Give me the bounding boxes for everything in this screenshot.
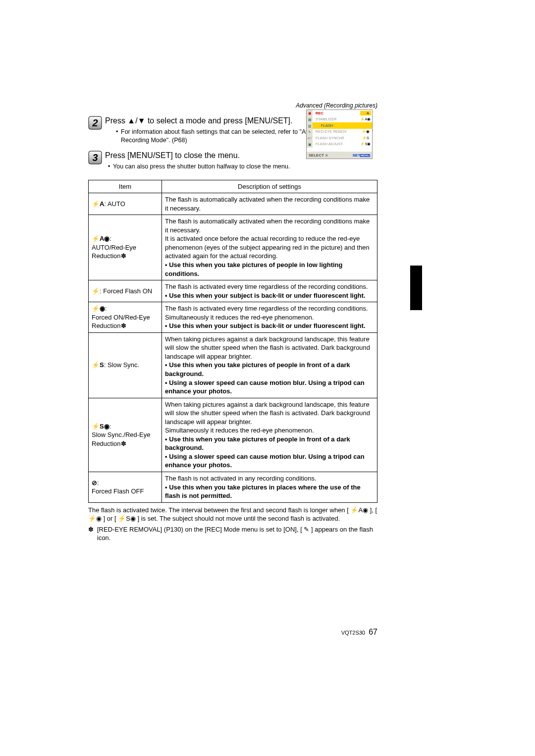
lcd-row-value: ⚡ <box>360 123 371 128</box>
flash-mode-icon: ⚡ <box>92 287 100 295</box>
lcd-set-label: SETMENU <box>353 153 370 158</box>
desc-cell: The flash is activated every time regard… <box>162 302 377 333</box>
lcd-row-label: ⚡ FLASH <box>314 123 360 128</box>
lcd-select-label: SELECT ⤬ <box>309 153 328 158</box>
camera-lcd: ▣ ▤ ▥ ✎ MY ▣ REC ⚡A STABILIZER⚡A◉⚡ FLASH… <box>306 109 373 159</box>
flash-settings-table: Item Description of settings ⚡A: AUTOThe… <box>88 180 377 503</box>
item-cell: ⚡S: Slow Sync. <box>89 332 162 398</box>
svg-text:2: 2 <box>92 117 98 128</box>
item-cell: ⚡A◉:AUTO/Red-Eye Reduction✽ <box>89 215 162 280</box>
tool-icon: ✎ <box>308 130 311 134</box>
my-icon: MY <box>308 137 312 140</box>
flash-mode-icon: ⚡A◉ <box>92 235 109 242</box>
lcd-row-value: ⚡S <box>360 136 371 140</box>
manual-page: Advanced (Recording pictures) 2 Press ▲/… <box>88 102 377 542</box>
step-3-bullet: You can also press the shutter button ha… <box>108 162 377 171</box>
play-icon: ▣ <box>308 143 312 146</box>
item-cell: ⊘:Forced Flash OFF <box>89 472 162 503</box>
desc-bullet: • Use this when you take pictures of peo… <box>165 361 350 378</box>
item-cell: ⚡◉:Forced ON/Red-Eye Reduction✽ <box>89 302 162 333</box>
table-row: ⚡◉:Forced ON/Red-Eye Reduction✽The flash… <box>89 302 377 333</box>
lcd-row-value: ⚡S◉ <box>360 142 371 146</box>
flash-mode-icon: ⊘ <box>92 479 97 486</box>
lcd-row: FLASH ADJUST.⚡S◉ <box>313 141 372 148</box>
table-row: ⚡: Forced Flash ONThe flash is activated… <box>89 280 377 302</box>
lcd-row: STABILIZER⚡A◉ <box>313 116 372 123</box>
edge-tab <box>410 266 422 310</box>
section-header: Advanced (Recording pictures) <box>88 102 377 109</box>
lcd-row-label: FLASH SYNCHR <box>314 136 360 140</box>
item-cell: ⚡: Forced Flash ON <box>89 280 162 302</box>
desc-bullet: • Use this when you take pictures of peo… <box>165 435 350 452</box>
lcd-row-label: RED-EYE REMOV <box>314 129 360 134</box>
lcd-footer: SELECT ⤬ SETMENU <box>307 152 372 159</box>
desc-cell: The flash is activated every time regard… <box>162 280 377 302</box>
desc-cell: When taking pictures against a dark back… <box>162 332 377 398</box>
flash-mode-icon: ⚡S◉ <box>92 423 109 430</box>
flash-mode-icon: ⚡S <box>92 361 104 369</box>
desc-cell: The flash is automatically activated whe… <box>162 193 377 215</box>
desc-bullet: • Using a slower speed can cause motion … <box>165 379 365 395</box>
table-row: ⚡A◉:AUTO/Red-Eye Reduction✽The flash is … <box>89 215 377 280</box>
item-cell: ⚡S◉:Slow Sync./Red-Eye Reduction✽ <box>89 398 162 472</box>
desc-bullet: • Use this when you take pictures in pla… <box>165 484 361 500</box>
flash-mode-icon: ⚡◉ <box>92 305 105 312</box>
camera-icon: ▣ <box>308 111 312 115</box>
lcd-row-value: ⚡◉ <box>360 129 371 134</box>
desc-cell: The flash is not activated in any record… <box>162 472 377 503</box>
lcd-row: ⚡ FLASH⚡ <box>313 122 372 129</box>
table-row: ⊘:Forced Flash OFFThe flash is not activ… <box>89 472 377 503</box>
lcd-row: RED-EYE REMOV⚡◉ <box>313 129 372 135</box>
footnote-main: The flash is activated twice. The interv… <box>88 506 377 523</box>
page-number: VQT2S30 67 <box>341 628 377 637</box>
step-3-icon: 3 <box>88 151 102 164</box>
table-row: ⚡S: Slow Sync.When taking pictures again… <box>89 332 377 398</box>
lcd-title-row: REC ⚡A <box>313 110 372 116</box>
step-2-icon: 2 <box>88 116 102 130</box>
lcd-row-label: FLASH ADJUST. <box>314 142 360 146</box>
footnote-star-icon: ✽ <box>88 525 97 542</box>
desc-bullet: • Use this when your subject is back-lit… <box>165 322 366 329</box>
desc-bullet: • Use this when you take pictures of peo… <box>165 261 342 277</box>
lcd-row-value: ⚡A◉ <box>360 117 371 121</box>
flash-mode-icon: ⚡A <box>92 200 104 208</box>
desc-bullet: • Use this when your subject is back-lit… <box>165 292 366 299</box>
table-row: ⚡A: AUTOThe flash is automatically activ… <box>89 193 377 215</box>
item-cell: ⚡A: AUTO <box>89 193 162 215</box>
card-icon: ▥ <box>308 124 312 128</box>
film-icon: ▤ <box>308 118 312 121</box>
th-item: Item <box>89 180 162 193</box>
desc-cell: The flash is automatically activated whe… <box>162 215 377 280</box>
lcd-row-label: STABILIZER <box>314 117 360 121</box>
lcd-row: FLASH SYNCHR⚡S <box>313 135 372 141</box>
desc-cell: When taking pictures against a dark back… <box>162 398 377 472</box>
svg-text:3: 3 <box>92 152 98 163</box>
footnote-star-text: [RED-EYE REMOVAL] (P130) on the [REC] Mo… <box>97 525 377 542</box>
th-desc: Description of settings <box>162 180 377 193</box>
lcd-sidebar: ▣ ▤ ▥ ✎ MY ▣ <box>307 110 313 148</box>
table-row: ⚡S◉:Slow Sync./Red-Eye Reduction✽When ta… <box>89 398 377 472</box>
lcd-menu: REC ⚡A STABILIZER⚡A◉⚡ FLASH⚡RED-EYE REMO… <box>313 110 372 148</box>
desc-bullet: • Using a slower speed can cause motion … <box>165 453 365 469</box>
